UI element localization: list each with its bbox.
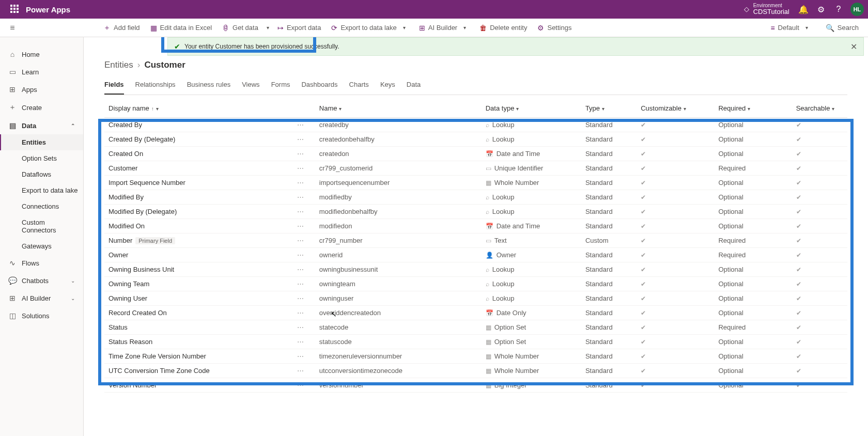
row-more-icon[interactable]: ⋯ [293,118,315,132]
row-more-icon[interactable]: ⋯ [293,277,315,291]
table-row[interactable]: Owning Business Unit⋯owningbusinessunit⌕… [104,262,847,277]
waffle-icon[interactable] [10,5,20,14]
nav-data[interactable]: ▤Data⌃ [0,117,83,134]
row-more-icon[interactable]: ⋯ [293,219,315,233]
chevron-down-icon[interactable]: ▾ [264,25,272,30]
col-data-type[interactable]: Data type▾ [482,99,581,118]
search-button[interactable]: 🔍Search [820,19,864,37]
row-more-icon[interactable]: ⋯ [293,320,315,335]
cell-searchable: ✔ [792,147,847,161]
settings-button[interactable]: ⚙Settings [532,19,577,37]
table-row[interactable]: Version Number⋯versionnumber▦Big Integer… [104,378,847,393]
table-row[interactable]: Record Created On⋯overriddencreatedon📅Da… [104,306,847,320]
table-row[interactable]: Owning User⋯owninguser⌕LookupStandard✔Op… [104,291,847,306]
row-more-icon[interactable]: ⋯ [293,205,315,219]
col-searchable[interactable]: Searchable▾ [792,99,847,118]
table-row[interactable]: Status Reason⋯statuscode▦Option SetStand… [104,335,847,349]
row-more-icon[interactable]: ⋯ [293,335,315,349]
nav-learn[interactable]: ▭Learn [0,63,83,81]
row-more-icon[interactable]: ⋯ [293,262,315,277]
row-more-icon[interactable]: ⋯ [293,190,315,205]
nav-dataflows[interactable]: Dataflows [17,166,83,182]
col-display-name[interactable]: Display name↑▾ [104,99,293,118]
table-row[interactable]: Time Zone Rule Version Number⋯timezoneru… [104,349,847,364]
delete-entity-button[interactable]: 🗑Delete entity [474,19,532,37]
environment-picker[interactable]: ◇ Environment CDSTutorial [744,3,789,15]
cell-display-name: Modified By (Delegate) [104,205,293,219]
nav-apps[interactable]: ⊞Apps [0,81,83,98]
tab-views[interactable]: Views [242,77,259,95]
tab-fields[interactable]: Fields [104,77,124,95]
add-field-button[interactable]: ＋Add field [98,19,145,37]
nav-solutions[interactable]: ◫Solutions [0,307,83,324]
export-to-data-lake-button[interactable]: ⟳Export to data lake▾ [326,19,413,37]
table-row[interactable]: Customer⋯cr799_customerid▭Unique Identif… [104,161,847,176]
nav-connections[interactable]: Connections [17,198,83,214]
tab-dashboards[interactable]: Dashboards [301,77,337,95]
row-more-icon[interactable]: ⋯ [293,176,315,190]
nav-chatbots[interactable]: 💬Chatbots⌄ [0,272,83,289]
user-avatar[interactable]: HL [850,3,864,16]
help-icon[interactable]: ? [830,5,847,14]
row-more-icon[interactable]: ⋯ [293,233,315,248]
table-row[interactable]: Owner⋯ownerid👤OwnerStandard✔Required✔ [104,248,847,262]
table-row[interactable]: Created By (Delegate)⋯createdonbehalfby⌕… [104,132,847,147]
col-type[interactable]: Type▾ [581,99,637,118]
row-more-icon[interactable]: ⋯ [293,291,315,306]
col-customizable[interactable]: Customizable▾ [637,99,714,118]
table-row[interactable]: Modified On⋯modifiedon📅Date and TimeStan… [104,219,847,233]
tab-relationships[interactable]: Relationships [135,77,176,95]
cell-required: Optional [714,306,792,320]
table-row[interactable]: UTC Conversion Time Zone Code⋯utcconvers… [104,364,847,378]
datatype-icon: ⌕ [486,281,489,288]
settings-gear-icon[interactable]: ⚙ [812,5,830,14]
cell-name: owningteam [315,277,482,291]
get-data-button[interactable]: 🛢Get data [217,19,264,37]
row-more-icon[interactable]: ⋯ [293,364,315,378]
cell-required: Optional [714,219,792,233]
nav-home[interactable]: ⌂Home [0,45,83,63]
row-more-icon[interactable]: ⋯ [293,248,315,262]
close-icon[interactable]: ✕ [850,42,857,52]
nav-ai-builder[interactable]: ⊞AI Builder⌄ [0,289,83,307]
tab-business-rules[interactable]: Business rules [187,77,231,95]
tab-keys[interactable]: Keys [380,77,395,95]
breadcrumb-root[interactable]: Entities [104,60,133,70]
table-row[interactable]: Created On⋯createdon📅Date and TimeStanda… [104,147,847,161]
nav-export-to-data-lake[interactable]: Export to data lake [17,182,83,198]
nav-toggle-icon[interactable]: ≡ [4,23,21,33]
nav-entities[interactable]: Entities [0,134,83,150]
plus-icon: ＋ [103,23,111,33]
nav-gateways[interactable]: Gateways [17,238,83,254]
nav-create[interactable]: ＋Create [0,98,83,117]
table-row[interactable]: Import Sequence Number⋯importsequencenum… [104,176,847,190]
nav-option-sets[interactable]: Option Sets [17,150,83,166]
row-more-icon[interactable]: ⋯ [293,306,315,320]
cell-required: Optional [714,132,792,147]
col-required[interactable]: Required▾ [714,99,792,118]
notifications-icon[interactable]: 🔔 [795,5,812,14]
row-more-icon[interactable]: ⋯ [293,147,315,161]
table-row[interactable]: Created By⋯createdby⌕LookupStandard✔Opti… [104,118,847,132]
ai-builder-button[interactable]: ⊞AI Builder▾ [414,19,474,37]
row-more-icon[interactable]: ⋯ [293,349,315,364]
table-row[interactable]: Owning Team⋯owningteam⌕LookupStandard✔Op… [104,277,847,291]
tab-charts[interactable]: Charts [349,77,369,95]
row-more-icon[interactable]: ⋯ [293,378,315,393]
tab-forms[interactable]: Forms [271,77,290,95]
view-mode-dropdown[interactable]: ≡Default▾ [765,19,816,37]
nav-flows[interactable]: ∿Flows [0,254,83,272]
cell-searchable: ✔ [792,118,847,132]
table-row[interactable]: Modified By (Delegate)⋯modifiedonbehalfb… [104,205,847,219]
edit-in-excel-button[interactable]: ▦Edit data in Excel [145,19,217,37]
row-more-icon[interactable]: ⋯ [293,161,315,176]
nav-custom-connectors[interactable]: Custom Connectors [17,214,83,238]
table-row[interactable]: Modified By⋯modifiedby⌕LookupStandard✔Op… [104,190,847,205]
col-name[interactable]: Name▾ [315,99,482,118]
row-more-icon[interactable]: ⋯ [293,132,315,147]
tab-data[interactable]: Data [407,77,421,95]
chevron-down-icon: ▾ [684,106,686,112]
table-row[interactable]: NumberPrimary Field⋯cr799_number▭TextCus… [104,233,847,248]
table-row[interactable]: Status⋯statecode▦Option SetStandard✔Requ… [104,320,847,335]
export-data-button[interactable]: ↦Export data [272,19,327,37]
